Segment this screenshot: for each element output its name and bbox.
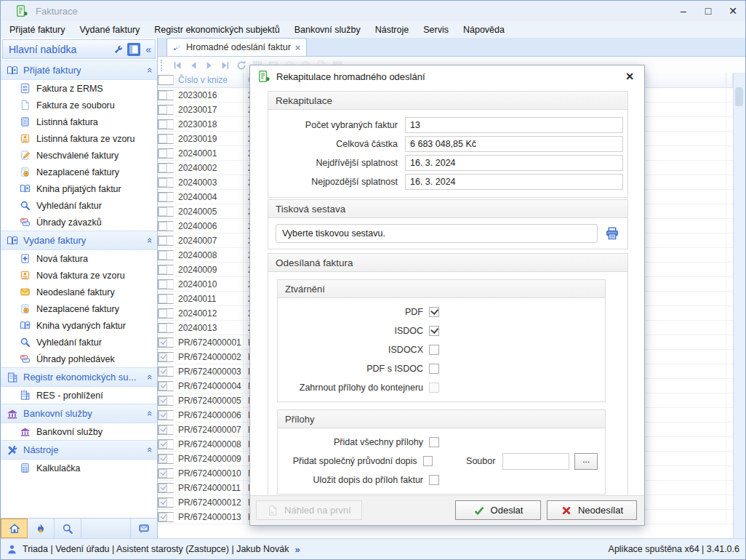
user-more-chevron[interactable]: » <box>294 544 300 555</box>
collapse-section-icon[interactable]: « <box>145 68 156 73</box>
first-record-button[interactable] <box>171 59 184 72</box>
row-checkbox[interactable] <box>159 265 167 274</box>
row-checkbox[interactable] <box>159 367 167 376</box>
menu-item[interactable]: Nástroje <box>368 25 417 35</box>
row-checkbox[interactable] <box>159 193 167 201</box>
row-checkbox[interactable] <box>159 164 167 172</box>
row-checkbox[interactable] <box>159 251 167 260</box>
next-record-button[interactable] <box>203 59 216 72</box>
tab-close-icon[interactable]: × <box>295 42 301 53</box>
close-button[interactable]: ✕ <box>721 1 745 21</box>
minimize-button[interactable]: – <box>671 1 696 21</box>
sidebar-section-header[interactable]: Přijaté faktury « <box>1 60 157 80</box>
row-checkbox[interactable] <box>159 91 167 100</box>
row-checkbox[interactable] <box>159 382 167 391</box>
checkbox-column-header[interactable] <box>158 75 174 85</box>
collapse-section-icon[interactable]: « <box>145 238 156 243</box>
row-checkbox[interactable] <box>159 396 167 405</box>
home-tab-button[interactable] <box>1 519 28 538</box>
sidebar-item[interactable]: Listinná faktura <box>1 113 157 130</box>
row-checkbox[interactable] <box>159 236 167 245</box>
format-checkbox[interactable] <box>429 326 439 336</box>
menu-item[interactable]: Bankovní služby <box>287 25 368 35</box>
sidebar-item[interactable]: Kniha vydaných faktur <box>1 317 157 334</box>
collapse-section-icon[interactable]: « <box>145 447 156 452</box>
search-tab-button[interactable] <box>55 519 81 538</box>
menu-item[interactable]: Registr ekonomických subjektů <box>147 25 286 35</box>
row-checkbox[interactable] <box>159 338 167 347</box>
tab-hromadne-odeslani-faktur[interactable]: Hromadné odeslání faktur × <box>167 38 307 56</box>
favorites-tab-button[interactable] <box>28 519 55 538</box>
row-checkbox[interactable] <box>159 222 167 231</box>
sidebar-item[interactable]: Bankovní služby <box>1 423 157 440</box>
sidebar-item[interactable]: Neodeslané faktury <box>1 284 157 300</box>
collapse-sidebar-button[interactable]: « <box>145 44 151 55</box>
sidebar-item[interactable]: Neschválené faktury <box>1 147 157 164</box>
format-checkbox[interactable] <box>429 364 439 374</box>
soubor-file-input[interactable] <box>502 453 569 470</box>
browse-file-button[interactable]: ... <box>574 453 598 470</box>
column-header-cislo-v-knize[interactable]: Číslo v knize <box>174 73 244 87</box>
vertical-scrollbar[interactable] <box>733 73 745 538</box>
menu-item[interactable]: Vydané faktury <box>72 25 147 35</box>
row-checkbox[interactable] <box>159 455 167 463</box>
row-checkbox[interactable] <box>159 178 167 187</box>
save-letter-to-attachments-checkbox[interactable] <box>429 475 439 485</box>
row-checkbox[interactable] <box>159 207 167 216</box>
row-checkbox[interactable] <box>159 135 167 143</box>
sidebar-item[interactable]: Kniha přijatých faktur <box>1 180 157 197</box>
sidebar-item[interactable]: Úhrady pohledávek <box>1 351 157 367</box>
menu-item[interactable]: Servis <box>416 25 456 35</box>
send-button[interactable]: Odeslat <box>455 500 541 520</box>
sidebar-section-header[interactable]: Bankovní služby « <box>1 404 157 423</box>
format-checkbox[interactable] <box>429 307 439 317</box>
add-all-attachments-checkbox[interactable] <box>429 437 439 447</box>
sidebar-item[interactable]: ERMS Faktura z ERMS <box>1 80 157 97</box>
last-record-button[interactable] <box>219 59 232 72</box>
row-checkbox[interactable] <box>159 280 167 289</box>
dialog-close-button[interactable]: ✕ <box>622 71 637 82</box>
common-cover-letter-checkbox[interactable] <box>423 456 433 466</box>
do-not-send-button[interactable]: Neodesílat <box>547 500 637 520</box>
menu-item[interactable]: Přijaté faktury <box>2 25 72 35</box>
scrollbar-thumb[interactable] <box>735 87 743 106</box>
wrench-icon[interactable] <box>113 44 124 55</box>
sidebar-item[interactable]: Nezaplacené faktury <box>1 164 157 180</box>
field-value-input[interactable] <box>405 155 623 171</box>
row-checkbox[interactable] <box>159 513 167 521</box>
field-value-input[interactable] <box>405 174 623 190</box>
row-checkbox[interactable] <box>159 120 167 129</box>
sidebar-item[interactable]: Úhrady závazků <box>1 214 157 231</box>
toolbar-grip[interactable] <box>161 60 166 71</box>
row-checkbox[interactable] <box>159 498 167 507</box>
format-checkbox[interactable] <box>429 383 439 393</box>
row-checkbox[interactable] <box>159 469 167 478</box>
collapse-section-icon[interactable]: « <box>145 411 156 416</box>
sidebar-item[interactable]: Faktura ze souboru <box>1 97 157 113</box>
sidebar-section-header[interactable]: Registr ekonomických su... « <box>1 367 157 387</box>
row-checkbox[interactable] <box>159 411 167 420</box>
sidebar-section-header[interactable]: Nástroje « <box>1 440 157 460</box>
sidebar-item[interactable]: Vyhledání faktur <box>1 197 157 214</box>
sidebar-item[interactable]: Nová faktura <box>1 250 157 267</box>
field-value-input[interactable] <box>405 117 623 133</box>
messages-button[interactable] <box>130 519 157 538</box>
sidebar-item[interactable]: RES - prohlížení <box>1 387 157 404</box>
row-checkbox[interactable] <box>159 353 167 361</box>
sidebar-section-header[interactable]: Vydané faktury « <box>1 231 157 250</box>
previous-record-button[interactable] <box>187 59 200 72</box>
print-button[interactable] <box>604 225 620 241</box>
sidebar-item[interactable]: Nová faktura ze vzoru <box>1 267 157 284</box>
collapse-section-icon[interactable]: « <box>145 375 156 380</box>
row-checkbox[interactable] <box>159 324 167 332</box>
sidebar-item[interactable]: Listinná faktura ze vzoru <box>1 130 157 147</box>
row-checkbox[interactable] <box>159 484 167 492</box>
sidebar-item[interactable]: Kalkulačka <box>1 460 157 476</box>
sidebar-item[interactable]: Vyhledání faktur <box>1 334 157 351</box>
row-checkbox[interactable] <box>159 149 167 158</box>
sidebar-item[interactable]: Nezaplacené faktury <box>1 300 157 317</box>
row-checkbox[interactable] <box>159 425 167 434</box>
panel-layout-icon[interactable] <box>127 43 140 56</box>
format-checkbox[interactable] <box>429 345 439 355</box>
maximize-button[interactable]: □ <box>696 1 721 21</box>
